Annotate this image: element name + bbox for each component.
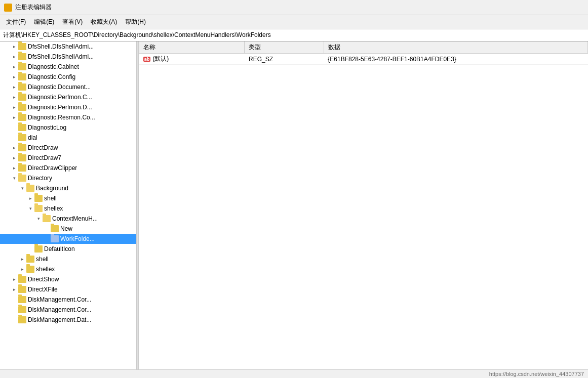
tree-node[interactable]: ▸shellex [0,264,136,274]
expand-icon[interactable]: ▾ [18,184,26,192]
expand-icon[interactable]: ▸ [10,285,18,293]
folder-icon [51,225,59,232]
tree-node[interactable]: ▸Diagnostic.Perfmon.D... [0,102,136,112]
address-bar: 计算机\HKEY_CLASSES_ROOT\Directory\Backgrou… [0,29,588,41]
folder-icon [34,245,43,253]
tree-node-label: DirectShow [28,276,59,283]
tree-node-label: Diagnostic.Cabinet [28,63,79,70]
folder-icon [18,73,26,80]
tree-node[interactable]: ▸Diagnostic.Resmon.Co... [0,112,136,122]
tree-node[interactable]: ▸DirectDraw7 [0,153,136,163]
expand-icon[interactable]: ▸ [26,194,34,202]
folder-icon [18,144,26,151]
tree-node[interactable]: DefaultIcon [0,244,136,254]
tree-node[interactable]: ▸shell [0,193,136,203]
folder-icon [18,164,26,172]
tree-node-label: ContextMenuH... [52,215,98,222]
menu-item-F[interactable]: 文件(F) [2,16,30,28]
menu-bar: 文件(F)编辑(E)查看(V)收藏夹(A)帮助(H) [0,15,588,29]
expand-icon[interactable]: ▾ [10,174,18,182]
app-title: 注册表编辑器 [15,3,52,12]
tree-node[interactable]: ▾ContextMenuH... [0,214,136,224]
expand-icon[interactable]: ▾ [26,204,34,213]
tree-node[interactable]: ▸DirectDraw [0,143,136,153]
tree-node-label: DirectDrawClipper [28,164,77,172]
menu-item-A[interactable]: 收藏夹(A) [87,16,121,28]
tree-node-label: Background [36,185,68,192]
tree-node[interactable]: ▸DirectShow [0,274,136,284]
tree-node[interactable]: dial [0,133,136,143]
tree-node-label: DirectXFile [28,286,58,293]
menu-item-E[interactable]: 编辑(E) [30,16,58,28]
folder-icon [18,114,26,121]
table-cell-data: {E61BF828-5E63-4287-BEF1-60B1A4FDE0E3} [324,54,587,65]
tree-node[interactable]: ▸Diagnostic.Config [0,72,136,82]
folder-icon [18,124,26,131]
menu-item-H[interactable]: 帮助(H) [121,16,150,28]
menu-item-V[interactable]: 查看(V) [58,16,87,28]
tree-node[interactable]: ▸Diagnostic.Document... [0,82,136,92]
tree-node[interactable]: ▸DfsShell.DfsShellAdmi... [0,41,136,52]
folder-icon [26,256,34,263]
tree-node-label: DiskManagement.Cor... [28,296,91,303]
tree-node-label: Diagnostic.Document... [28,83,91,91]
tree-panel: ▸DfsShell.DfsShellAdmi...▸DfsShell.DfsSh… [0,41,137,369]
tree-node[interactable]: ▸DfsShell.DfsShellAdmi... [0,52,136,62]
expand-icon[interactable]: ▸ [10,164,18,172]
tree-node-label: dial [28,134,37,141]
tree-node[interactable]: ▸DirectXFile [0,284,136,295]
expand-icon[interactable]: ▸ [10,43,18,51]
expand-icon[interactable]: ▸ [10,103,18,111]
folder-icon [18,104,26,111]
table-header-数据[interactable]: 数据 [324,41,587,54]
expand-icon[interactable]: ▾ [34,215,43,223]
folder-icon [26,266,34,273]
folder-icon [18,154,26,161]
tree-node[interactable]: ▸shell [0,254,136,264]
table-header-类型[interactable]: 类型 [245,41,324,54]
expand-icon[interactable]: ▸ [10,154,18,162]
tree-node-label: DiagnosticLog [28,124,66,131]
tree-node[interactable]: ▸DirectDrawClipper [0,163,136,173]
tree-node[interactable]: WorkFolde... [0,234,136,244]
expand-icon[interactable]: ▸ [10,144,18,152]
folder-icon [18,94,26,101]
tree-node[interactable]: New [0,224,136,234]
tree-node-label: Diagnostic.Config [28,73,75,80]
folder-icon [18,175,26,182]
reg-type-icon: ab [143,57,151,62]
registry-table: 名称类型数据 ab(默认)REG_SZ{E61BF828-5E63-4287-B… [139,41,588,65]
table-header-名称[interactable]: 名称 [139,41,245,54]
expand-icon[interactable]: ▸ [10,93,18,101]
tree-node[interactable]: DiskManagement.Dat... [0,315,136,325]
tree-node[interactable]: ▾shellex [0,203,136,214]
expand-icon[interactable]: ▸ [18,255,26,263]
tree-node[interactable]: DiskManagement.Cor... [0,305,136,315]
tree-node-label: Diagnostic.Resmon.Co... [28,114,95,121]
tree-node-label: shellex [36,266,55,273]
expand-icon[interactable]: ▸ [10,113,18,121]
expand-icon[interactable]: ▸ [10,63,18,71]
table-row[interactable]: ab(默认)REG_SZ{E61BF828-5E63-4287-BEF1-60B… [139,54,588,65]
tree-node-label: DirectDraw [28,144,58,151]
expand-icon[interactable]: ▸ [10,73,18,81]
folder-icon [18,134,26,141]
folder-icon [34,205,43,212]
tree-node[interactable]: DiagnosticLog [0,122,136,133]
tree-node-label: WorkFolde... [60,235,95,242]
expand-icon[interactable]: ▸ [10,53,18,61]
tree-node[interactable]: ▾Directory [0,173,136,183]
folder-icon [18,83,26,91]
status-bar: https://blog.csdn.net/weixin_44307737 [0,369,588,378]
expand-icon[interactable]: ▸ [10,275,18,283]
tree-node-label: shellex [44,205,63,212]
status-text: https://blog.csdn.net/weixin_44307737 [489,371,584,377]
tree-node[interactable]: ▾Background [0,183,136,193]
tree-node[interactable]: DiskManagement.Cor... [0,295,136,305]
table-cell-name: ab(默认) [139,54,245,65]
expand-icon[interactable]: ▸ [18,265,26,273]
expand-icon[interactable]: ▸ [10,83,18,91]
tree-node[interactable]: ▸Diagnostic.Perfmon.C... [0,92,136,102]
folder-icon [18,63,26,70]
tree-node[interactable]: ▸Diagnostic.Cabinet [0,62,136,72]
